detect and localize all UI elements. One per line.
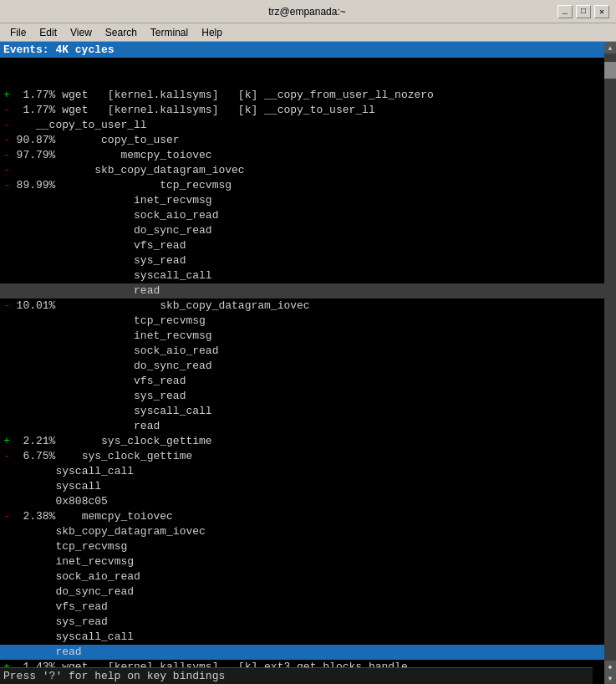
menu-item-edit[interactable]: Edit [33, 25, 64, 40]
percentage: 90.87% [10, 134, 56, 146]
percentage: 1.77% [10, 104, 56, 116]
function-name: tcp_recvmsg [55, 179, 232, 191]
tree-line[interactable]: - 97.79% memcpy_toiovec [0, 148, 604, 163]
tree-line[interactable]: - 1.77% wget [kernel.kallsyms] [k] __cop… [0, 103, 604, 118]
menu-item-search[interactable]: Search [99, 25, 144, 40]
scrollbar-diamond: ◆ [604, 661, 616, 672]
function-name: vfs_read [10, 239, 186, 252]
content-area: Events: 4K cycles + 1.77% wget [kernel.k… [0, 42, 604, 684]
tree-line[interactable]: do_sync_read [0, 359, 604, 374]
tree-line[interactable]: read [0, 419, 604, 434]
function-name: vfs_read [10, 600, 108, 613]
scrollbar-track[interactable] [604, 54, 616, 661]
tree-line[interactable]: read [0, 645, 604, 660]
percentage: 10.01% [10, 299, 56, 312]
percentage: 1.77% [10, 89, 56, 101]
menu-item-view[interactable]: View [64, 25, 99, 40]
plus-icon: + [3, 89, 10, 101]
tree-line[interactable]: syscall_call [0, 268, 604, 283]
function-name: read [10, 284, 160, 297]
function-name: wget [kernel.kallsyms] [k] __copy_from_u… [55, 89, 433, 101]
tree-line[interactable]: inet_recvmsg [0, 329, 604, 344]
function-name: skb_copy_datagram_iovec [55, 299, 309, 312]
events-header: Events: 4K cycles [0, 42, 604, 58]
tree-line[interactable]: syscall_call [0, 404, 604, 419]
titlebar: trz@empanada:~ _ □ ✕ [0, 0, 616, 23]
function-name: tcp_recvmsg [10, 314, 206, 327]
tree-line[interactable]: - 6.75% sys_clock_gettime [0, 449, 604, 464]
window-controls: _ □ ✕ [557, 5, 609, 18]
minus-icon: - [3, 510, 10, 523]
plus-icon: + [3, 435, 10, 447]
scrollbar-up-button[interactable]: ▲ [604, 42, 616, 54]
function-name: sys_read [10, 390, 186, 402]
function-name: skb_copy_datagram_iovec [10, 164, 245, 176]
tree-line[interactable]: sock_aio_read [0, 208, 604, 223]
tree-line[interactable]: sys_read [0, 389, 604, 404]
tree-line[interactable]: syscall_call [0, 630, 604, 645]
tree-line[interactable]: vfs_read [0, 600, 604, 615]
function-name: inet_recvmsg [10, 555, 134, 568]
menu-item-file[interactable]: File [3, 25, 33, 40]
percentage: 89.99% [10, 179, 56, 191]
tree-line[interactable]: vfs_read [0, 374, 604, 389]
minus-icon: - [3, 179, 10, 191]
tree-line[interactable]: syscall_call [0, 464, 604, 479]
statusbar: Press '?' for help on key bindings [0, 667, 593, 684]
percentage: 97.79% [10, 149, 56, 161]
function-name: sys_clock_gettime [55, 435, 211, 447]
tree-line[interactable]: - __copy_to_user_ll [0, 118, 604, 133]
function-name: sys_read [10, 254, 186, 267]
tree-line[interactable]: sock_aio_read [0, 344, 604, 359]
tree-line[interactable]: inet_recvmsg [0, 554, 604, 569]
tree-line[interactable]: tcp_recvmsg [0, 314, 604, 329]
tree-line[interactable]: 0x808c05 [0, 494, 604, 509]
percentage: 2.21% [10, 435, 56, 447]
maximize-button[interactable]: □ [576, 5, 591, 18]
tree-line[interactable]: tcp_recvmsg [0, 539, 604, 554]
tree-line[interactable]: sock_aio_read [0, 569, 604, 584]
function-name: sys_clock_gettime [55, 450, 192, 462]
function-name: memcpy_toiovec [55, 510, 172, 523]
scrollbar-thumb[interactable] [604, 62, 616, 79]
tree-line[interactable]: - 90.87% copy_to_user [0, 133, 604, 148]
percentage: 2.38% [10, 510, 56, 523]
tree-line[interactable]: do_sync_read [0, 584, 604, 600]
function-name: syscall_call [10, 269, 212, 282]
statusbar-text: Press '?' for help on key bindings [3, 670, 225, 682]
minus-icon: - [3, 134, 10, 146]
minus-icon: - [3, 104, 10, 116]
function-name: do_sync_read [10, 360, 212, 372]
tree-line[interactable]: - skb_copy_datagram_iovec [0, 163, 604, 178]
tree-line[interactable]: - 10.01% skb_copy_datagram_iovec [0, 299, 604, 314]
menu-item-terminal[interactable]: Terminal [144, 25, 195, 40]
tree-line[interactable]: + 1.77% wget [kernel.kallsyms] [k] __cop… [0, 88, 604, 103]
tree-line[interactable]: skb_copy_datagram_iovec [0, 524, 604, 539]
tree-line[interactable]: syscall [0, 479, 604, 494]
function-name: syscall [10, 480, 101, 493]
function-name: skb_copy_datagram_iovec [10, 525, 206, 538]
function-name: wget [kernel.kallsyms] [k] __copy_to_use… [55, 104, 374, 116]
tree-content: + 1.77% wget [kernel.kallsyms] [k] __cop… [0, 58, 604, 684]
menu-item-help[interactable]: Help [195, 25, 229, 40]
tree-line[interactable]: inet_recvmsg [0, 193, 604, 208]
tree-line[interactable]: sys_read [0, 615, 604, 630]
tree-line[interactable]: vfs_read [0, 238, 604, 253]
function-name: vfs_read [10, 375, 186, 387]
minimize-button[interactable]: _ [557, 5, 573, 18]
function-name: inet_recvmsg [10, 329, 212, 342]
minus-icon: - [3, 450, 10, 462]
tree-line[interactable]: - 89.99% tcp_recvmsg [0, 178, 604, 193]
tree-line[interactable]: read [0, 283, 604, 299]
tree-line[interactable]: + 2.21% sys_clock_gettime [0, 434, 604, 449]
scrollbar-down-button[interactable]: ▼ [604, 672, 616, 684]
terminal: Events: 4K cycles + 1.77% wget [kernel.k… [0, 42, 616, 684]
tree-line[interactable]: sys_read [0, 253, 604, 268]
tree-line[interactable]: - 2.38% memcpy_toiovec [0, 509, 604, 524]
window-title: trz@empanada:~ [57, 6, 557, 18]
tree-line[interactable]: do_sync_read [0, 223, 604, 238]
minus-icon: - [3, 164, 10, 176]
function-name: __copy_to_user_ll [10, 119, 147, 131]
close-button[interactable]: ✕ [594, 5, 609, 18]
function-name: read [10, 420, 160, 432]
